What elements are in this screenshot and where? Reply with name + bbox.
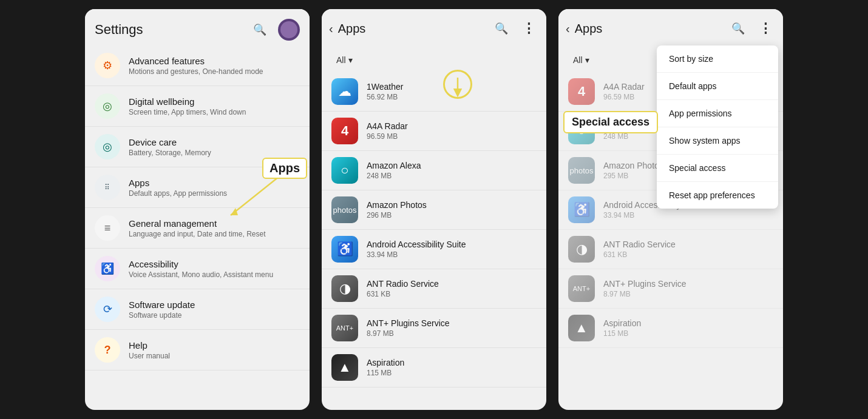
help-subtitle: User manual bbox=[129, 352, 300, 360]
app-size: 56.92 MB bbox=[367, 93, 403, 101]
general-management-icon: ≡ bbox=[95, 215, 120, 241]
settings-item-software-update[interactable]: ⟳ Software update Software update bbox=[85, 289, 310, 330]
list-item[interactable]: ANT+ ANT+ Plugins Service 8.97 MB bbox=[322, 309, 546, 348]
accessibility-title: Accessibility bbox=[129, 259, 300, 269]
list-item[interactable]: ☁ 1Weather 56.92 MB bbox=[322, 72, 546, 112]
app-icon-photos: photos bbox=[331, 196, 358, 223]
filter-all-2[interactable]: All ▾ bbox=[568, 53, 594, 67]
search-icon[interactable]: 🔍 bbox=[249, 19, 271, 41]
menu-item-special-access[interactable]: Special access bbox=[657, 155, 778, 182]
back-button-1[interactable]: ‹ bbox=[329, 22, 333, 36]
app-name: Amazon Photos bbox=[367, 200, 427, 210]
app-icon-a4a: 4 bbox=[331, 118, 358, 144]
app-size: 33.94 MB bbox=[603, 211, 702, 220]
settings-list: ⚙ Advanced features Motions and gestures… bbox=[85, 45, 310, 370]
app-icon-a4a: 4 bbox=[568, 78, 595, 105]
three-dots-highlight bbox=[443, 70, 472, 99]
list-item[interactable]: ◑ ANT Radio Service 631 KB bbox=[322, 269, 546, 309]
device-care-text: Device care Battery, Storage, Memory bbox=[129, 137, 300, 157]
filter-chevron-1: ▾ bbox=[348, 55, 353, 65]
app-size: 8.97 MB bbox=[367, 329, 450, 338]
software-update-icon: ⟳ bbox=[95, 297, 120, 322]
help-icon: ? bbox=[95, 337, 120, 363]
settings-item-advanced-features[interactable]: ⚙ Advanced features Motions and gestures… bbox=[85, 45, 310, 86]
filter-chevron-2: ▾ bbox=[585, 55, 589, 65]
app-name: Aspiration bbox=[367, 358, 404, 367]
apps-annotation: Apps bbox=[262, 158, 307, 179]
app-size: 248 MB bbox=[367, 172, 421, 180]
advanced-features-text: Advanced features Motions and gestures, … bbox=[129, 56, 300, 76]
app-info: A4A Radar 96.59 MB bbox=[603, 82, 645, 101]
app-size: 33.94 MB bbox=[367, 250, 466, 259]
app-name: ANT Radio Service bbox=[603, 240, 676, 249]
app-icon-accessibility: ♿ bbox=[331, 236, 358, 263]
list-item[interactable]: photos Amazon Photos 296 MB bbox=[322, 190, 546, 230]
list-item[interactable]: ◑ ANT Radio Service 631 KB bbox=[558, 230, 783, 269]
app-info: ANT+ Plugins Service 8.97 MB bbox=[603, 279, 687, 298]
app-name: Amazon Photos bbox=[603, 161, 663, 170]
device-care-icon: ◎ bbox=[95, 134, 120, 159]
app-icon-alexa: ○ bbox=[331, 157, 358, 184]
search-icon-apps2[interactable]: 🔍 bbox=[727, 18, 749, 39]
list-item[interactable]: ▲ Aspiration 115 MB bbox=[322, 348, 546, 387]
app-info: ANT Radio Service 631 KB bbox=[367, 279, 439, 298]
list-item[interactable]: ANT+ ANT+ Plugins Service 8.97 MB bbox=[558, 269, 783, 309]
app-name: Aspiration bbox=[603, 318, 641, 328]
app-icon-aspiration: ▲ bbox=[331, 354, 358, 381]
app-name: ANT+ Plugins Service bbox=[367, 318, 450, 328]
apps-screen-2: Special access Sort by size Default apps… bbox=[558, 9, 783, 410]
apps-title-2: Apps bbox=[575, 22, 727, 36]
settings-header: Settings 🔍 bbox=[85, 9, 310, 45]
list-item[interactable]: 4 A4A Radar 96.59 MB bbox=[322, 112, 546, 151]
app-size: 96.59 MB bbox=[603, 93, 645, 101]
menu-item-app-permissions[interactable]: App permissions bbox=[657, 100, 778, 127]
app-icon-photos: photos bbox=[568, 157, 595, 184]
app-name: A4A Radar bbox=[603, 82, 645, 92]
more-options-icon-2[interactable]: ⋮ bbox=[754, 18, 776, 39]
settings-screen: Apps Settings 🔍 ⚙ Advanced features Moti… bbox=[85, 9, 310, 410]
filter-all-1[interactable]: All ▾ bbox=[331, 53, 358, 67]
menu-item-sort-by-size[interactable]: Sort by size bbox=[657, 45, 778, 73]
app-info: ANT Radio Service 631 KB bbox=[603, 240, 676, 259]
advanced-features-icon: ⚙ bbox=[95, 53, 120, 78]
more-options-icon-1[interactable]: ⋮ bbox=[517, 18, 539, 39]
software-update-subtitle: Software update bbox=[129, 311, 300, 320]
apps-icon: ⠿ bbox=[95, 175, 120, 200]
search-icon-apps1[interactable]: 🔍 bbox=[490, 18, 512, 39]
menu-item-show-system-apps[interactable]: Show system apps bbox=[657, 127, 778, 155]
app-name: 1Weather bbox=[367, 82, 403, 92]
app-name: ANT Radio Service bbox=[367, 279, 439, 289]
app-size: 115 MB bbox=[603, 329, 641, 338]
list-item[interactable]: ♿ Android Accessibility Suite 33.94 MB bbox=[322, 230, 546, 269]
accessibility-subtitle: Voice Assistant, Mono audio, Assistant m… bbox=[129, 270, 300, 279]
app-name: A4A Radar bbox=[367, 121, 408, 131]
app-size: 631 KB bbox=[367, 290, 439, 298]
app-info: Android Accessibility Suite 33.94 MB bbox=[367, 240, 466, 259]
apps-text: Apps Default apps, App permissions bbox=[129, 178, 300, 198]
settings-item-help[interactable]: ? Help User manual bbox=[85, 330, 310, 370]
menu-item-reset-app-preferences[interactable]: Reset app preferences bbox=[657, 182, 778, 209]
list-item[interactable]: ▲ Aspiration 115 MB bbox=[558, 309, 783, 348]
app-info: Amazon Photos 295 MB bbox=[603, 161, 663, 180]
app-info: Amazon Alexa 248 MB bbox=[367, 161, 421, 180]
advanced-features-subtitle: Motions and gestures, One-handed mode bbox=[129, 67, 300, 76]
app-name: Android Accessibility Suite bbox=[367, 240, 466, 249]
avatar-image bbox=[280, 21, 297, 38]
list-item[interactable]: ○ Amazon Alexa 248 MB bbox=[322, 151, 546, 190]
settings-item-general-management[interactable]: ≡ General management Language and input,… bbox=[85, 208, 310, 249]
app-icon-aspiration: ▲ bbox=[568, 315, 595, 341]
settings-title: Settings bbox=[95, 22, 143, 38]
app-name: ANT+ Plugins Service bbox=[603, 279, 687, 289]
digital-wellbeing-icon: ◎ bbox=[95, 93, 120, 119]
avatar[interactable] bbox=[278, 19, 300, 41]
advanced-features-title: Advanced features bbox=[129, 56, 300, 66]
device-care-title: Device care bbox=[129, 137, 300, 147]
settings-item-digital-wellbeing[interactable]: ◎ Digital wellbeing Screen time, App tim… bbox=[85, 86, 310, 127]
special-access-annotation: Special access bbox=[563, 111, 658, 133]
digital-wellbeing-text: Digital wellbeing Screen time, App timer… bbox=[129, 96, 300, 116]
settings-item-accessibility[interactable]: ♿ Accessibility Voice Assistant, Mono au… bbox=[85, 249, 310, 289]
app-size: 248 MB bbox=[603, 132, 658, 141]
menu-item-default-apps[interactable]: Default apps bbox=[657, 73, 778, 100]
device-care-subtitle: Battery, Storage, Memory bbox=[129, 149, 300, 157]
back-button-2[interactable]: ‹ bbox=[566, 22, 570, 36]
